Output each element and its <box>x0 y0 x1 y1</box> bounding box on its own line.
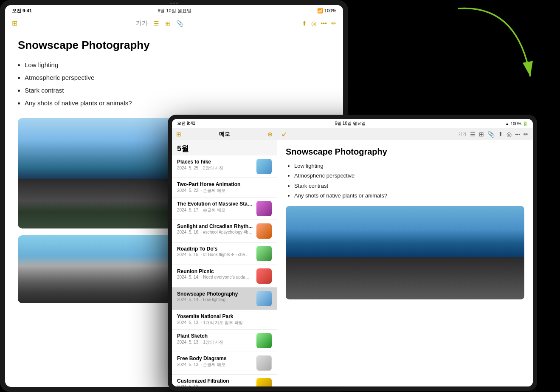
back-bullet-4: Any shots of native plants or animals? <box>25 97 330 110</box>
detail-toolbar: ↙ 가가 ☰ ⊞ 📎 ⬆ ◎ ••• ✏ <box>277 128 533 140</box>
detail-checklist-icon[interactable]: ☰ <box>470 131 476 138</box>
detail-more-icon[interactable]: ••• <box>515 132 520 137</box>
note-thumb-custom <box>256 378 272 386</box>
note-item-reunion[interactable]: Reunion Picnic 2024. 5. 14. · Need every… <box>172 265 277 288</box>
guide-arrow <box>433 0 560 119</box>
detail-bullet-1: Low lighting <box>294 161 524 171</box>
back-time: 오전 9:41 <box>12 8 32 14</box>
front-battery-icon: 🔋 <box>523 121 528 126</box>
note-detail-bullets: Low lighting Atmospheric perspective Sta… <box>286 161 524 201</box>
back-more-icon[interactable]: ••• <box>321 20 327 27</box>
back-note-title: Snowscape Photography <box>18 39 330 52</box>
note-item-free-body[interactable]: Free Body Diagrams 2024. 5. 13. · 손글씨 메모 <box>172 352 277 375</box>
detail-font-label[interactable]: 가가 <box>458 131 467 137</box>
back-bullet-1: Low lighting <box>25 59 330 71</box>
back-toolbar: ⊞ 가가 ☰ ⊞ 📎 ⬆ ◎ ••• ✏ <box>5 17 343 30</box>
note-thumb-hike <box>256 159 272 174</box>
detail-bullet-2: Atmospheric perspective <box>294 171 524 180</box>
back-toolbar-right: ⬆ ◎ ••• ✏ <box>302 20 336 27</box>
list-toolbar-left: ⊞ <box>176 131 181 138</box>
notes-month-label: 5월 <box>172 140 277 155</box>
note-item-places-to-hike[interactable]: Places to hike 2024. 5. 25. · 2장의 사진 <box>172 155 277 178</box>
detail-table-icon[interactable]: ⊞ <box>479 131 484 138</box>
list-sidebar-icon[interactable]: ⊞ <box>176 131 181 138</box>
front-battery-area: ▲ 100% 🔋 <box>505 121 528 126</box>
back-attach-icon[interactable]: 📎 <box>176 20 183 27</box>
note-item-customized[interactable]: Customized Filtration 2024. 5. 12. <box>172 375 277 386</box>
front-wifi-icon: ▲ <box>505 121 509 126</box>
detail-share-icon[interactable]: ⬆ <box>498 131 503 138</box>
note-item-yosemite[interactable]: Yosemite National Park 2024. 5. 13. · 1개… <box>172 310 277 330</box>
note-thumb-snowscape <box>256 291 272 306</box>
note-item-massive-star[interactable]: The Evolution of Massive Star... 2024. 5… <box>172 197 277 220</box>
split-toolbar: ⊞ 메모 ⊕ ↙ 가가 ☰ ⊞ 📎 ⬆ ◎ ••• <box>172 128 533 140</box>
back-compose-icon[interactable]: ✏ <box>331 20 336 27</box>
note-item-snowscape[interactable]: Snowscape Photography 2024. 5. 14. · Low… <box>172 288 277 310</box>
detail-bullet-3: Stark contrast <box>294 181 524 191</box>
back-font-label[interactable]: 가가 <box>136 20 148 27</box>
back-battery: 📶 100% <box>317 8 336 14</box>
arrow-container <box>433 0 560 119</box>
back-date: 6월 10일 월요일 <box>158 8 191 14</box>
back-status-bar: 오전 9:41 6월 10일 월요일 📶 100% <box>5 5 343 17</box>
notes-list[interactable]: 5월 Places to hike 2024. 5. 25. · 2장의 사진 … <box>172 140 277 386</box>
note-thumb-sunlight <box>256 223 272 239</box>
list-more-icon[interactable]: ⊕ <box>267 131 273 138</box>
note-thumb-plant <box>256 333 272 348</box>
back-table-icon[interactable]: ⊞ <box>165 20 170 27</box>
detail-toolbar-left: ↙ <box>281 130 287 138</box>
front-status-bar: 오전 9:41 6월 10일 월요일 ▲ 100% 🔋 <box>172 119 533 128</box>
note-detail-title: Snowscape Photography <box>286 147 524 157</box>
back-markup-icon[interactable]: ◎ <box>311 20 316 27</box>
front-battery-pct: 100% <box>510 121 521 126</box>
front-date: 6월 10일 월요일 <box>335 121 366 127</box>
list-toolbar-title: 메모 <box>219 130 230 138</box>
back-checklist-icon[interactable]: ☰ <box>154 20 159 27</box>
detail-back-icon[interactable]: ↙ <box>281 130 287 138</box>
front-time: 오전 9:41 <box>177 121 195 127</box>
back-note-content: Snowscape Photography Low lighting Atmos… <box>5 30 343 118</box>
detail-attach-icon[interactable]: 📎 <box>487 131 495 138</box>
note-item-plant-sketch[interactable]: Plant Sketch 2024. 5. 13. · 1장의 사진 <box>172 330 277 352</box>
note-thumb-roadtrip <box>256 246 272 261</box>
back-bullet-2: Atmospheric perspective <box>25 71 330 84</box>
list-toolbar: ⊞ 메모 ⊕ <box>172 129 277 140</box>
back-sidebar-icon[interactable]: ⊞ <box>12 19 17 27</box>
note-thumb-star <box>256 201 272 216</box>
note-item-sunlight[interactable]: Sunlight and Circadian Rhyth... 2024. 5.… <box>172 220 277 243</box>
content-area: 5월 Places to hike 2024. 5. 25. · 2장의 사진 … <box>172 140 533 386</box>
detail-compose-icon[interactable]: ✏ <box>523 131 529 138</box>
note-item-roadtrip[interactable]: Roadtrip To Do's 2024. 5. 15. · ☑ Book f… <box>172 243 277 265</box>
note-thumb-diagram <box>256 355 272 371</box>
back-note-bullets: Low lighting Atmospheric perspective Sta… <box>18 59 330 110</box>
detail-bullet-4: Any shots of native plants or animals? <box>294 191 524 200</box>
back-share-icon[interactable]: ⬆ <box>302 20 307 27</box>
detail-toolbar-right: 가가 ☰ ⊞ 📎 ⬆ ◎ ••• ✏ <box>458 131 529 138</box>
ipad-front: 오전 9:41 6월 10일 월요일 ▲ 100% 🔋 ⊞ 메모 ⊕ <box>168 115 537 391</box>
back-bullet-3: Stark contrast <box>25 84 330 97</box>
note-detail: Snowscape Photography Low lighting Atmos… <box>277 140 533 386</box>
wifi-icon: 📶 <box>317 8 323 13</box>
back-toolbar-left: ⊞ <box>12 19 17 27</box>
ipad-front-screen: 오전 9:41 6월 10일 월요일 ▲ 100% 🔋 ⊞ 메모 ⊕ <box>172 119 533 386</box>
note-detail-image <box>286 206 524 299</box>
detail-markup-icon[interactable]: ◎ <box>507 131 512 138</box>
note-thumb-reunion <box>256 268 272 284</box>
note-item-horse-animation[interactable]: Two-Part Horse Animation 2024. 5. 22. · … <box>172 178 277 197</box>
list-toolbar-right: ⊕ <box>267 131 273 138</box>
